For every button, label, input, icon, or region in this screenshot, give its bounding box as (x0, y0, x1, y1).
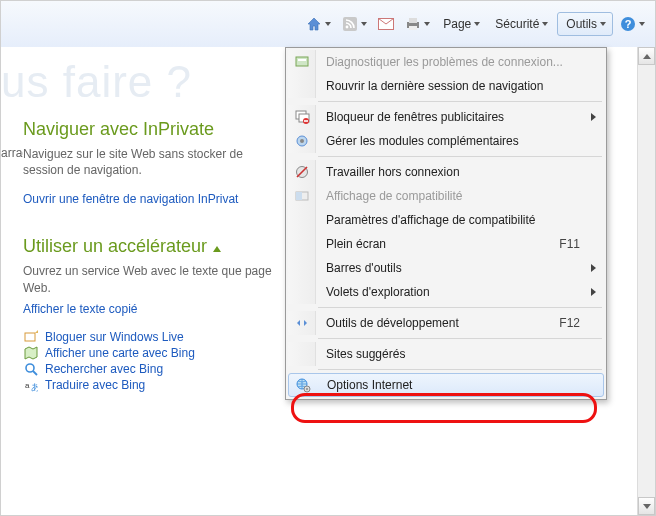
menu-popup-blocker[interactable]: Bloqueur de fenêtres publicitaires (288, 105, 604, 129)
feeds-button[interactable] (338, 12, 371, 36)
page-menu-label: Page (443, 17, 471, 31)
offline-icon (294, 164, 310, 180)
svg-text:あ: あ (31, 382, 38, 392)
compat-icon (294, 188, 310, 204)
blog-icon (23, 330, 39, 344)
svg-line-10 (33, 371, 37, 375)
svg-rect-8 (25, 333, 35, 341)
svg-rect-18 (304, 120, 308, 122)
cut-word: arrage (1, 146, 23, 184)
map-icon (23, 346, 39, 360)
menu-explorer-panels[interactable]: Volets d'exploration (288, 280, 604, 304)
help-button[interactable]: ? (616, 12, 649, 36)
accel-translate-label: Traduire avec Bing (45, 378, 145, 392)
svg-rect-24 (296, 192, 302, 200)
diagnose-icon (294, 54, 310, 70)
accel-map-label: Afficher une carte avec Bing (45, 346, 195, 360)
tools-menu-button[interactable]: Outils (557, 12, 613, 36)
scroll-down-button[interactable] (638, 497, 655, 515)
menu-reopen-session[interactable]: Rouvrir la dernière session de navigatio… (288, 74, 604, 98)
vertical-scrollbar[interactable] (637, 47, 655, 515)
svg-point-9 (26, 364, 34, 372)
translate-icon: aあ (23, 378, 39, 392)
menu-internet-options[interactable]: Options Internet (288, 373, 604, 397)
accelerator-desc: Ouvrez un service Web avec le texte que … (23, 263, 283, 295)
svg-rect-4 (409, 18, 417, 23)
rss-icon (342, 16, 358, 32)
home-button[interactable] (302, 12, 335, 36)
menu-dev-tools[interactable]: Outils de développement F12 (288, 311, 604, 335)
security-menu-button[interactable]: Sécurité (489, 12, 554, 36)
accel-search-label: Rechercher avec Bing (45, 362, 163, 376)
svg-rect-5 (409, 26, 417, 30)
mail-icon (378, 16, 394, 32)
printer-icon (405, 16, 421, 32)
inprivate-desc: Naviguez sur le site Web sans stocker de… (23, 146, 283, 178)
page-menu-button[interactable]: Page (437, 12, 486, 36)
help-icon: ? (620, 16, 636, 32)
menu-manage-addons[interactable]: Gérer les modules complémentaires (288, 129, 604, 153)
svg-point-27 (306, 388, 308, 390)
home-icon (306, 16, 322, 32)
scroll-track[interactable] (638, 65, 655, 497)
internet-options-icon (295, 377, 311, 393)
addons-icon (294, 133, 310, 149)
accel-blog-label: Bloguer sur Windows Live (45, 330, 184, 344)
print-button[interactable] (401, 12, 434, 36)
tools-menu-label: Outils (566, 17, 597, 31)
devtools-icon (294, 315, 310, 331)
menu-diagnose-connection[interactable]: Diagnostiquer les problèmes de connexion… (288, 50, 604, 74)
search-icon (23, 362, 39, 376)
svg-rect-14 (298, 59, 306, 61)
scroll-up-button[interactable] (638, 47, 655, 65)
svg-rect-13 (296, 57, 308, 66)
mail-button[interactable] (374, 12, 398, 36)
security-menu-label: Sécurité (495, 17, 539, 31)
svg-text:?: ? (625, 18, 632, 30)
menu-fullscreen[interactable]: Plein écran F11 (288, 232, 604, 256)
menu-compat-params[interactable]: Paramètres d'affichage de compatibilité (288, 208, 604, 232)
popup-blocker-icon (294, 109, 310, 125)
svg-point-1 (346, 26, 349, 29)
menu-suggested-sites[interactable]: Sites suggérés (288, 342, 604, 366)
svg-point-20 (300, 139, 304, 143)
svg-text:a: a (25, 381, 30, 390)
menu-compat-view[interactable]: Affichage de compatibilité (288, 184, 604, 208)
command-bar: Page Sécurité Outils ? (1, 1, 655, 47)
tools-dropdown-menu: Diagnostiquer les problèmes de connexion… (285, 47, 607, 400)
menu-work-offline[interactable]: Travailler hors connexion (288, 160, 604, 184)
menu-toolbars[interactable]: Barres d'outils (288, 256, 604, 280)
